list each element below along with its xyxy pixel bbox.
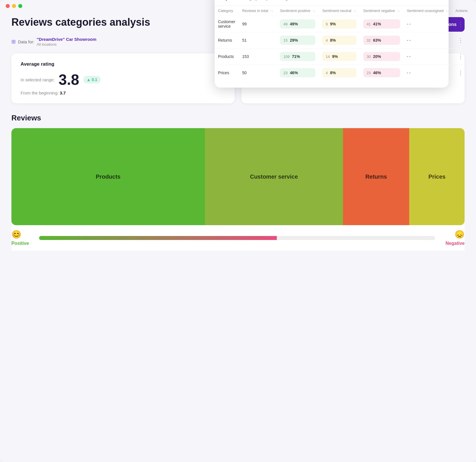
rating-badge: ▲ 0.1 [83, 76, 101, 83]
table-row: Returns 51 15 29% 4 8% 32 63% - - ⋮ [215, 32, 471, 49]
cell-category: Customer service [215, 16, 239, 32]
treemap-label-returns: Returns [365, 173, 387, 180]
rating-range-label: In selected range: [21, 77, 55, 82]
treemap-label-prices: Prices [428, 173, 445, 180]
cell-category: Prices [215, 65, 239, 81]
cell-positive: 23 46% [277, 65, 319, 81]
sentiment-bar-fill [39, 236, 277, 240]
cell-positive: 109 71% [277, 49, 319, 65]
cell-total: 99 [239, 16, 277, 32]
search-icon: 🔍 [221, 0, 227, 1]
cell-unassigned: - - [404, 49, 452, 65]
cell-actions: ⋮ [452, 32, 471, 49]
treemap-cell-products[interactable]: Products [11, 128, 205, 225]
cell-actions: ⋮ [452, 16, 471, 32]
close-button[interactable] [6, 4, 10, 8]
row-actions-button[interactable]: ⋮ [455, 68, 466, 77]
from-value: 3.7 [60, 90, 66, 95]
table-row: Prices 50 23 46% 4 8% 23 46% - - ⋮ [215, 65, 471, 81]
cell-neutral: 4 8% [319, 65, 360, 81]
positive-label: Positive [11, 241, 29, 246]
data-for-info: "DreamDrive" Car Showroom All locations [37, 37, 96, 47]
negative-label: Negative [445, 241, 465, 246]
sentiment-section: 😊 Positive 😞 Negative [11, 225, 465, 251]
cell-total: 51 [239, 32, 277, 49]
category-search-input[interactable] [230, 0, 442, 1]
sentiment-bar [39, 236, 435, 240]
cell-actions: ⋮ [452, 49, 471, 65]
col-sentiment-neutral: Sentiment neutral ↑↓ [319, 6, 360, 16]
cell-negative: 23 46% [360, 65, 404, 81]
treemap-cell-prices[interactable]: Prices [409, 128, 465, 225]
sentiment-positive-side: 😊 Positive [11, 230, 29, 246]
sort-icon[interactable]: ↑↓ [312, 9, 315, 13]
sort-icon[interactable]: ↑↓ [270, 9, 273, 13]
company-name: "DreamDrive" Car Showroom [37, 37, 96, 42]
sort-icon[interactable]: ↑↓ [446, 9, 449, 13]
cell-unassigned: - - [404, 65, 452, 81]
cell-neutral: 14 9% [319, 49, 360, 65]
col-reviews-total: Reviews in total ↑↓ [239, 6, 277, 16]
table-row: Products 153 109 71% 14 9% 30 20% - - ⋮ [215, 49, 471, 65]
col-actions: Actions [452, 6, 471, 16]
cell-neutral: 9 9% [319, 16, 360, 32]
data-for-label: Data for: [18, 39, 35, 44]
treemap-cell-customer-service[interactable]: Customer service [205, 128, 343, 225]
page-title: Reviews categories analysis [11, 16, 150, 28]
sentiment-negative-side: 😞 Negative [445, 230, 465, 246]
cell-negative: 30 20% [360, 49, 404, 65]
maximize-button[interactable] [18, 4, 22, 8]
rating-value: 3.8 [59, 72, 79, 87]
cell-neutral: 4 8% [319, 32, 360, 49]
cell-unassigned: - - [404, 32, 452, 49]
sort-icon[interactable]: ↑↓ [397, 9, 400, 13]
minimize-button[interactable] [12, 4, 16, 8]
average-rating-title: Average rating [21, 61, 225, 67]
search-row: 🔍 [215, 0, 449, 6]
categories-table: Category Reviews in total ↑↓ Sentiment p… [215, 6, 471, 81]
row-actions-button[interactable]: ⋮ [455, 36, 466, 45]
cell-positive: 15 29% [277, 32, 319, 49]
row-actions-button[interactable]: ⋮ [455, 52, 466, 61]
app-window: Reviews categories analysis 📅 Last 30 da… [0, 0, 476, 462]
col-sentiment-positive: Sentiment positive ↑↓ [277, 6, 319, 16]
treemap-label-products: Products [96, 173, 121, 180]
locations-sub: All locations [37, 42, 57, 47]
main-content: Reviews categories analysis 📅 Last 30 da… [0, 10, 476, 279]
cell-actions: ⋮ [452, 65, 471, 81]
rating-value-row: In selected range: 3.8 ▲ 0.1 [21, 72, 225, 87]
row-actions-button[interactable]: ⋮ [455, 19, 466, 29]
cell-category: Returns [215, 32, 239, 49]
table-row: Customer service 99 49 49% 9 9% 41 41% -… [215, 16, 471, 32]
treemap-cell-returns[interactable]: Returns [343, 128, 409, 225]
treemap-label-customer-service: Customer service [250, 173, 298, 180]
cell-total: 153 [239, 49, 277, 65]
cell-total: 50 [239, 65, 277, 81]
col-sentiment-unassigned: Sentiment unassigned ↑↓ [404, 6, 452, 16]
from-label: From the beginning: [21, 90, 59, 95]
cell-positive: 49 49% [277, 16, 319, 32]
col-sentiment-negative: Sentiment negative ↑↓ [360, 6, 404, 16]
rating-from: From the beginning: 3.7 [21, 90, 225, 95]
average-rating-card: Average rating In selected range: 3.8 ▲ … [11, 53, 235, 103]
treemap: Products Customer service Returns Prices [11, 128, 465, 225]
cell-negative: 32 63% [360, 32, 404, 49]
table-header-row: Category Reviews in total ↑↓ Sentiment p… [215, 6, 471, 16]
cell-negative: 41 41% [360, 16, 404, 32]
sad-icon: 😞 [455, 230, 465, 239]
cell-unassigned: - - [404, 16, 452, 32]
smile-icon: 😊 [11, 230, 29, 239]
col-category: Category [215, 6, 239, 16]
cell-category: Products [215, 49, 239, 65]
reviews-section-title: Reviews [11, 114, 465, 122]
data-table-card: 🔍 Category Reviews in total ↑↓ [215, 0, 449, 88]
grid-icon: ⊞ [11, 39, 16, 45]
sort-icon[interactable]: ↑↓ [354, 9, 356, 13]
